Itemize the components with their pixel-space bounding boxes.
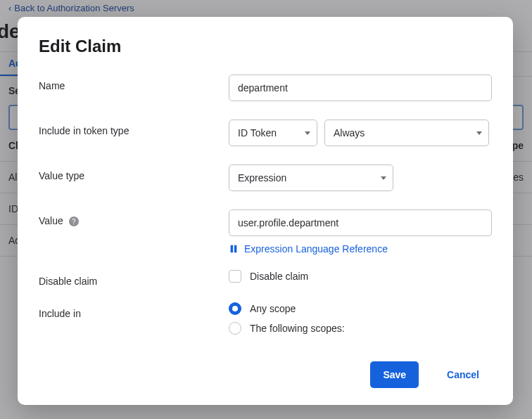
radio-icon [229,322,241,335]
token-type-select[interactable]: ID Token [229,120,317,146]
token-type-value: ID Token [238,127,277,138]
chevron-down-icon [381,176,386,180]
radio-following-scopes[interactable]: The following scopes: [229,322,492,335]
label-name: Name [39,75,229,91]
el-ref-text: Expression Language Reference [244,243,388,254]
radio-any-label: Any scope [250,303,296,314]
label-value: Value ? [39,210,229,226]
cancel-button[interactable]: Cancel [434,361,492,388]
value-type-value: Expression [238,172,286,183]
radio-icon [229,302,241,315]
row-name: Name [39,75,492,101]
edit-claim-form: Name Include in token type ID Token [39,75,492,356]
row-disable-claim: Disable claim Disable claim [39,270,492,287]
token-when-value: Always [334,127,365,138]
expression-language-reference-link[interactable]: Expression Language Reference [229,243,492,254]
book-icon [229,244,239,254]
help-icon[interactable]: ? [69,217,79,226]
label-include-token: Include in token type [39,120,229,136]
label-disable-claim: Disable claim [39,270,229,287]
radio-following-label: The following scopes: [250,323,345,334]
name-input[interactable] [229,75,492,101]
disable-claim-checkbox[interactable] [229,270,241,283]
save-button[interactable]: Save [370,361,419,388]
row-value: Value ? Expression Language Reference [39,210,492,254]
token-when-select[interactable]: Always [324,120,489,146]
row-include-in: Include in Any scope The following scope… [39,302,492,335]
label-value-type: Value type [39,165,229,181]
edit-claim-modal: Edit Claim Name Include in token type ID… [18,17,513,405]
value-input[interactable] [229,210,492,236]
row-value-type: Value type Expression [39,165,492,191]
modal-title: Edit Claim [39,37,492,56]
chevron-down-icon [476,131,482,135]
chevron-down-icon [305,131,310,135]
label-include-in: Include in [39,302,229,319]
disable-claim-checkbox-label: Disable claim [250,271,308,282]
radio-any-scope[interactable]: Any scope [229,302,492,315]
value-type-select[interactable]: Expression [229,165,393,191]
row-include-token: Include in token type ID Token Always [39,120,492,146]
modal-actions: Save Cancel [39,356,492,388]
